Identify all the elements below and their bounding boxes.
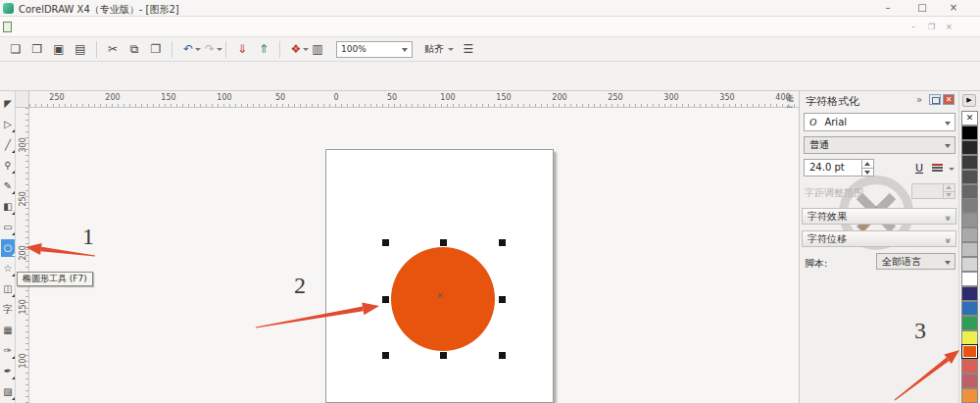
vertical-ruler[interactable]: 300250200150100 bbox=[16, 108, 29, 403]
palette-swatch[interactable] bbox=[961, 388, 978, 403]
save-icon[interactable]: ▣ bbox=[50, 40, 68, 58]
palette-swatch[interactable] bbox=[961, 316, 978, 330]
palette-swatch[interactable] bbox=[961, 213, 978, 227]
character-formatting-docker: 字符格式化 » ✕ O Arial 普通 24.0 pt U 字距调整范围 字符… bbox=[799, 91, 958, 403]
doc-restore-button[interactable]: ❐ bbox=[928, 23, 935, 31]
h-ruler-tick: 400 bbox=[775, 93, 790, 102]
palette-swatch[interactable] bbox=[961, 242, 978, 257]
crop-tool-icon[interactable]: ╱ bbox=[1, 136, 15, 154]
maximize-button[interactable]: □ bbox=[909, 1, 935, 15]
palette-swatch[interactable] bbox=[961, 301, 978, 316]
palette-swatch[interactable] bbox=[961, 155, 978, 170]
selection-handle-left[interactable] bbox=[382, 296, 389, 303]
ellipse-tool-icon[interactable]: ○ bbox=[1, 239, 15, 257]
drawing-canvas[interactable]: × bbox=[29, 108, 799, 403]
selection-handle-bottom[interactable] bbox=[440, 352, 447, 359]
docker-title: 字符格式化 bbox=[806, 94, 859, 109]
font-style-select[interactable]: 普通 bbox=[804, 136, 956, 154]
outline-pen-tool-icon[interactable]: ✒ bbox=[1, 363, 15, 380]
redo-icon[interactable]: ↷ bbox=[201, 40, 219, 58]
chevron-down-icon bbox=[945, 144, 951, 148]
flyout-indicator bbox=[12, 397, 15, 400]
eyedropper-tool-icon[interactable]: ✑ bbox=[1, 342, 15, 360]
rectangle-tool-icon[interactable]: ▭ bbox=[1, 219, 15, 236]
h-ruler-tick: 50 bbox=[275, 93, 285, 102]
copy-icon[interactable]: ⧉ bbox=[125, 40, 143, 58]
cut-icon[interactable]: ✂ bbox=[104, 40, 122, 58]
selection-handle-right[interactable] bbox=[499, 296, 506, 303]
ruler-origin[interactable] bbox=[16, 91, 29, 108]
palette-swatch[interactable] bbox=[961, 198, 978, 213]
selection-handle-top[interactable] bbox=[440, 239, 447, 246]
close-button[interactable]: × bbox=[941, 1, 966, 15]
selection-handle-top-right[interactable] bbox=[499, 239, 506, 246]
selection-handle-top-left[interactable] bbox=[382, 239, 389, 246]
smart-fill-tool-icon[interactable]: ◧ bbox=[1, 198, 15, 216]
horizontal-ruler[interactable]: 毫米 2502001501005005010015020025030035040… bbox=[29, 91, 799, 108]
chevron-down-icon[interactable] bbox=[949, 168, 955, 171]
flyout-indicator bbox=[12, 253, 15, 256]
minimize-button[interactable]: – bbox=[875, 1, 901, 15]
fill-tool-icon[interactable]: ▨ bbox=[1, 383, 15, 401]
selection-handle-bottom-left[interactable] bbox=[382, 352, 389, 359]
toolbox: ◤▷╱⚲✎◧▭○☆◫字▦✑✒▨ bbox=[0, 91, 16, 403]
underline-button[interactable]: U bbox=[911, 161, 927, 176]
palette-swatch[interactable] bbox=[961, 286, 978, 301]
docker-close-button[interactable]: ✕ bbox=[943, 94, 955, 105]
font-size-spinner[interactable] bbox=[861, 160, 873, 176]
polygon-tool-icon[interactable]: ☆ bbox=[1, 260, 15, 277]
doc-close-button[interactable]: × bbox=[946, 23, 953, 31]
palette-swatch[interactable] bbox=[961, 257, 978, 272]
v-ruler-tick: 300 bbox=[19, 139, 27, 153]
welcome-screen-icon[interactable]: ▥ bbox=[309, 40, 326, 58]
palette-swatch[interactable] bbox=[961, 140, 978, 155]
pick-tool-icon[interactable]: ◤ bbox=[1, 95, 15, 113]
print-icon[interactable]: ▤ bbox=[72, 40, 89, 58]
docker-float-button[interactable] bbox=[929, 94, 941, 105]
palette-scroll-button[interactable]: ▶ bbox=[962, 94, 976, 107]
open-icon[interactable]: ❒ bbox=[28, 40, 46, 58]
no-fill-swatch[interactable]: ✕ bbox=[961, 111, 978, 126]
snap-to-button[interactable]: 贴齐 bbox=[424, 42, 454, 56]
paste-icon[interactable]: ❐ bbox=[147, 40, 165, 58]
selection-handle-bottom-right[interactable] bbox=[499, 352, 506, 359]
doc-minimize-button[interactable]: – bbox=[911, 23, 915, 31]
palette-swatch[interactable] bbox=[961, 359, 978, 374]
palette-swatch[interactable] bbox=[961, 374, 978, 388]
h-ruler-tick: 350 bbox=[719, 93, 734, 102]
new-document-icon[interactable]: ❏ bbox=[7, 40, 24, 58]
zoom-tool-icon[interactable]: ⚲ bbox=[1, 157, 15, 175]
text-tool-icon[interactable]: 字 bbox=[1, 301, 15, 319]
shape-tool-icon[interactable]: ▷ bbox=[1, 116, 15, 133]
palette-swatch[interactable] bbox=[961, 170, 978, 184]
palette-swatch[interactable] bbox=[961, 184, 978, 199]
script-select[interactable]: 全部语言 bbox=[876, 253, 956, 270]
chevron-down-icon bbox=[945, 122, 951, 126]
options-icon[interactable]: ☰ bbox=[460, 40, 477, 58]
kerning-spinner[interactable] bbox=[943, 184, 955, 198]
palette-swatch[interactable] bbox=[961, 227, 978, 242]
docker-collapse-icon[interactable]: » bbox=[916, 94, 922, 105]
property-bar: x: 108.68 mm y: 158.802 mm ↔ 93.459 mm ↕… bbox=[0, 62, 980, 91]
palette-swatch[interactable] bbox=[961, 330, 978, 345]
table-tool-icon[interactable]: ▦ bbox=[1, 322, 15, 339]
undo-icon[interactable]: ↶ bbox=[179, 40, 197, 58]
import-icon[interactable]: ⇓ bbox=[233, 40, 251, 58]
document-page[interactable]: × bbox=[325, 149, 554, 403]
app-launcher-icon[interactable]: ❖ bbox=[287, 40, 305, 58]
zoom-level-select[interactable]: 100% bbox=[336, 41, 413, 58]
section-character-shift[interactable]: 字符位移 » bbox=[802, 230, 956, 247]
toolbar-separator bbox=[279, 41, 280, 58]
flyout-indicator bbox=[12, 356, 15, 359]
section-character-effects[interactable]: 字符效果 » bbox=[802, 208, 956, 225]
basic-shapes-tool-icon[interactable]: ◫ bbox=[1, 280, 15, 298]
palette-swatch[interactable] bbox=[961, 272, 978, 286]
font-family-select[interactable]: O Arial bbox=[804, 113, 956, 131]
character-effects-icon[interactable] bbox=[932, 164, 943, 172]
export-icon[interactable]: ⇑ bbox=[255, 40, 272, 58]
font-size-spinbox[interactable]: 24.0 pt bbox=[804, 159, 874, 176]
palette-swatch[interactable] bbox=[961, 344, 978, 359]
kerning-spinbox[interactable] bbox=[911, 183, 956, 199]
freehand-tool-icon[interactable]: ✎ bbox=[1, 177, 15, 195]
palette-swatch[interactable] bbox=[961, 126, 978, 140]
